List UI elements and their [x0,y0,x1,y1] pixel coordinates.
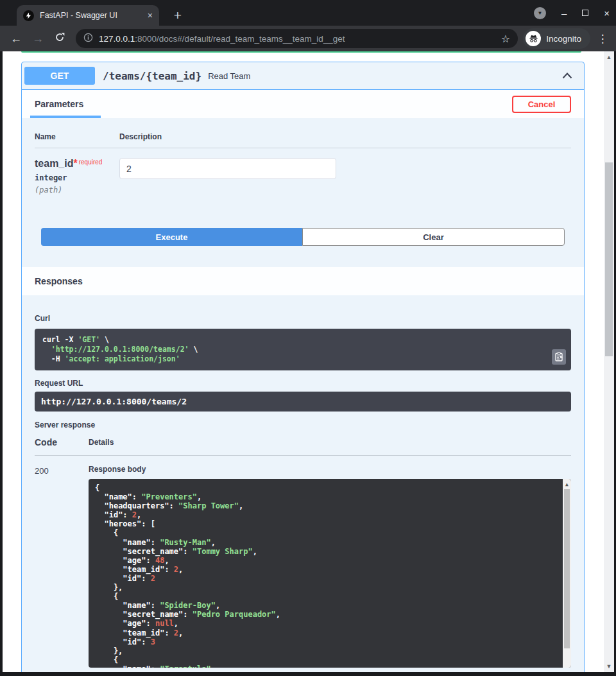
browser-update-icon[interactable]: ▼ [534,7,546,19]
url-path: :8000/docs#/default/read_team_teams__tea… [135,34,345,44]
previous-opblock-border [21,51,581,53]
responses-body: Curl curl -X 'GET' \ 'http://127.0.0.1:8… [22,295,584,668]
team-id-input[interactable] [119,158,336,179]
incognito-label: Incognito [546,34,581,44]
clear-button[interactable]: Clear [302,228,565,246]
url-host: 127.0.0.1 [99,34,135,44]
request-url-label: Request URL [35,379,571,388]
required-label: required [79,159,103,166]
curl-command-block[interactable]: curl -X 'GET' \ 'http://127.0.0.1:8000/t… [35,329,571,370]
response-body-block[interactable]: { "name": "Preventers", "headquarters": … [89,479,571,668]
parameter-name: team_id*required [35,158,119,169]
parameters-table-header: Name Description [35,132,571,148]
curl-label: Curl [35,314,50,323]
responses-section-header: Responses [22,267,584,295]
maximize-icon [582,10,588,16]
browser-tab[interactable]: FastAPI - Swagger UI × [17,5,159,26]
parameters-tab[interactable]: Parameters [35,99,83,109]
details-column-header: Details [89,438,114,447]
browser-menu-icon[interactable]: ⋮ [594,32,611,46]
method-badge: GET [24,67,95,85]
response-scrollbar-thumb[interactable] [564,489,570,648]
page-scroll-down-icon[interactable]: ▼ [604,663,614,670]
curl-code: curl -X 'GET' \ 'http://127.0.0.1:8000/t… [42,335,563,364]
column-description-header: Description [119,132,162,141]
responses-title: Responses [35,276,83,286]
response-body-label: Response body [89,465,571,474]
incognito-badge: Incognito [523,28,590,49]
required-star: * [73,158,77,169]
parameters-tab-underline [30,116,101,118]
incognito-icon [526,31,541,46]
parameter-type: integer [35,173,119,182]
execute-button[interactable]: Execute [41,228,302,246]
url-bar[interactable]: 127.0.0.1:8000/docs#/default/read_team_t… [76,29,518,48]
back-button[interactable]: ← [5,32,27,46]
endpoint-path: /teams/{team_id} [103,70,201,82]
cancel-button[interactable]: Cancel [512,96,571,113]
maximize-button[interactable] [582,7,588,19]
reload-button[interactable] [49,32,71,46]
column-name-header: Name [35,132,119,141]
copy-to-clipboard-button[interactable] [552,349,566,365]
opblock-get-teams: GET /teams/{team_id} Read Team Parameter… [21,62,585,672]
forward-button[interactable]: → [27,32,49,46]
response-table-header: Code Details [35,437,571,456]
new-tab-button[interactable]: + [168,6,187,25]
browser-tab-bar: FastAPI - Swagger UI × + ▼ – × [0,0,616,26]
server-response-label: Server response [35,420,571,429]
tab-close-icon[interactable]: × [148,10,153,21]
page-scrollbar-thumb[interactable] [605,162,613,356]
execute-row: Execute Clear [41,228,565,246]
response-body-scrollbar[interactable]: ▲ [563,479,571,668]
window-close-button[interactable]: × [604,8,610,19]
parameter-row: team_id*required integer (path) [35,158,571,195]
response-details: Response body { "name": "Preventers", "h… [89,465,571,668]
page-scroll-up-icon[interactable]: ▲ [604,54,614,60]
page-content: GET /teams/{team_id} Read Team Parameter… [3,51,604,672]
browser-toolbar: ← → 127.0.0.1:8000/docs#/default/read_te… [0,26,616,51]
parameters-section-header: Parameters Cancel [22,90,584,118]
site-info-icon[interactable] [83,33,93,45]
bookmark-star-icon[interactable]: ☆ [501,33,510,45]
parameter-info: team_id*required integer (path) [35,158,119,195]
url-text[interactable]: 127.0.0.1:8000/docs#/default/read_team_t… [99,34,496,44]
endpoint-summary: Read Team [208,71,562,81]
scroll-up-icon[interactable]: ▲ [563,480,571,489]
collapse-chevron-icon[interactable] [562,70,572,82]
opblock-summary[interactable]: GET /teams/{team_id} Read Team [22,62,584,90]
parameter-value-cell [119,158,336,195]
response-body-code: { "name": "Preventers", "headquarters": … [95,483,557,668]
response-row: 200 Response body { "name": "Preventers"… [35,465,571,668]
minimize-button[interactable]: – [561,8,567,19]
parameter-location: (path) [35,186,119,195]
code-column-header: Code [35,437,89,447]
parameters-body: Name Description team_id*required intege… [22,118,584,267]
fastapi-favicon-icon [23,10,34,21]
tab-title: FastAPI - Swagger UI [40,11,144,20]
window-controls: ▼ – × [534,0,610,26]
page-scrollbar[interactable]: ▲ ▼ [604,51,614,672]
status-code: 200 [35,465,89,668]
request-url-block: http://127.0.0.1:8000/teams/2 [35,392,571,412]
